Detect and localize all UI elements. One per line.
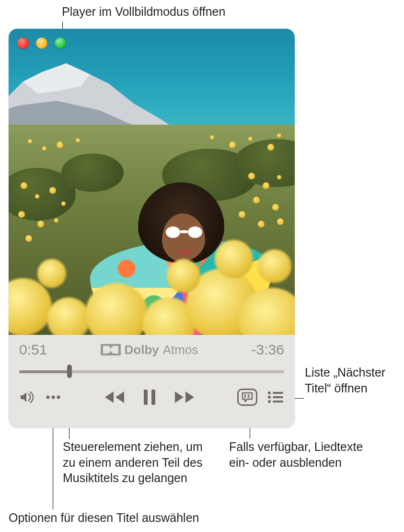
- callout-fullscreen: Player im Vollbildmodus öffnen: [62, 4, 225, 20]
- svg-point-9: [268, 391, 271, 394]
- time-remaining: -3:36: [252, 342, 284, 358]
- time-elapsed: 0:51: [19, 342, 47, 358]
- minimize-icon[interactable]: [36, 37, 47, 49]
- callout-scrubber: Steuerelement ziehen, um zu einem andere…: [63, 439, 211, 486]
- svg-point-6: [57, 396, 60, 399]
- close-icon[interactable]: [17, 37, 29, 49]
- callout-queue: Liste „Nächster Titel“ öffnen: [305, 365, 401, 396]
- album-art: [9, 29, 295, 335]
- pause-icon[interactable]: [142, 389, 157, 406]
- scrubber[interactable]: [19, 366, 284, 376]
- svg-point-4: [46, 396, 50, 399]
- callout-options: Optionen für diesen Titel auswählen: [9, 510, 248, 526]
- svg-point-13: [268, 400, 271, 403]
- player-controls: 0:51 Dolby Atmos -3:36: [9, 335, 295, 428]
- dolby-format-label: Atmos: [163, 343, 198, 357]
- dolby-icon: [101, 344, 121, 355]
- dolby-brand-label: Dolby: [125, 343, 159, 357]
- more-icon[interactable]: [45, 394, 61, 401]
- svg-point-11: [268, 396, 271, 399]
- svg-rect-14: [273, 401, 283, 402]
- svg-rect-12: [273, 396, 283, 398]
- miniplayer-window: 0:51 Dolby Atmos -3:36: [9, 29, 295, 428]
- audio-format-badge: Dolby Atmos: [101, 343, 198, 357]
- rewind-icon[interactable]: [103, 390, 126, 405]
- scrubber-thumb[interactable]: [67, 365, 72, 378]
- fullscreen-icon[interactable]: [55, 37, 66, 49]
- svg-rect-8: [151, 390, 155, 405]
- lyrics-icon[interactable]: [237, 389, 257, 406]
- svg-rect-10: [273, 392, 283, 394]
- window-controls: [17, 37, 66, 49]
- queue-icon[interactable]: [267, 390, 284, 404]
- volume-icon[interactable]: [19, 390, 35, 404]
- svg-point-5: [52, 396, 55, 399]
- svg-rect-7: [144, 390, 148, 405]
- forward-icon[interactable]: [173, 390, 196, 405]
- callout-lyrics: Falls verfügbar, Liedtexte ein- oder aus…: [229, 439, 373, 470]
